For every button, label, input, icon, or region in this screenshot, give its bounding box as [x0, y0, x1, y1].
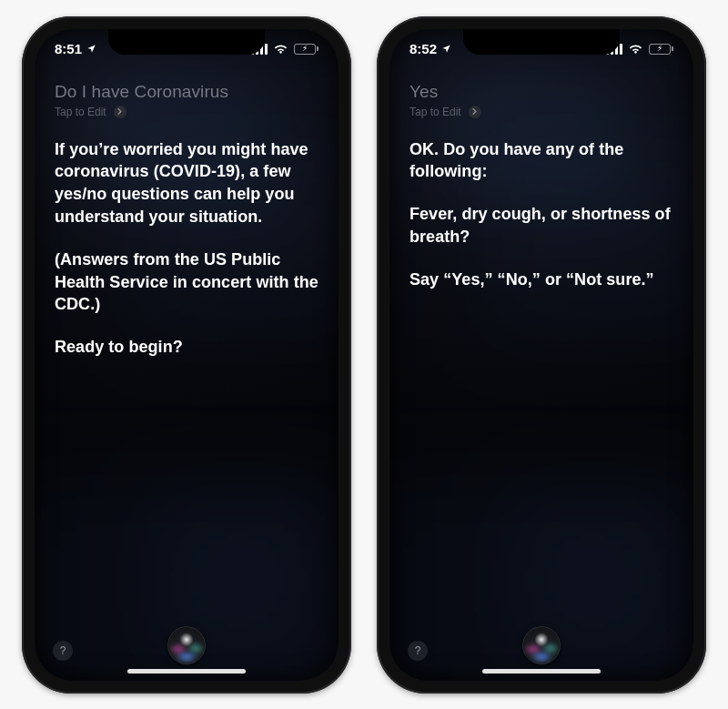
home-indicator[interactable]	[482, 669, 601, 674]
location-icon	[441, 44, 451, 54]
siri-content: Yes Tap to Edit OK. Do you have any of t…	[389, 29, 693, 681]
siri-response: OK. Do you have any of the following: Fe…	[410, 138, 673, 291]
notch	[108, 29, 265, 55]
wifi-icon	[628, 44, 643, 55]
wifi-icon	[273, 44, 288, 55]
battery-icon: ⚡︎	[649, 44, 673, 55]
tap-to-edit-label: Tap to Edit	[55, 106, 106, 118]
status-time: 8:52	[410, 41, 437, 56]
siri-content: Do I have Coronavirus Tap to Edit If you…	[35, 29, 339, 681]
home-indicator[interactable]	[127, 669, 246, 674]
siri-user-query[interactable]: Do I have Coronavirus	[55, 82, 318, 102]
screen: 8:51 ⚡︎ Do I have Coronavirus Tap to Edi…	[35, 29, 339, 681]
siri-response-paragraph: Ready to begin?	[55, 336, 318, 359]
iphone-frame: 8:52 ⚡︎ Yes Tap to Edit	[377, 16, 706, 694]
siri-response: If you’re worried you might have coronav…	[55, 138, 318, 360]
status-left: 8:52	[410, 41, 451, 56]
tap-to-edit-button[interactable]: Tap to Edit	[410, 106, 673, 118]
iphone-frame: 8:51 ⚡︎ Do I have Coronavirus Tap to Edi…	[22, 16, 351, 694]
battery-icon: ⚡︎	[294, 44, 318, 55]
siri-response-paragraph: Say “Yes,” “No,” or “Not sure.”	[410, 268, 673, 291]
chevron-right-icon	[114, 106, 126, 118]
tap-to-edit-button[interactable]: Tap to Edit	[55, 106, 318, 118]
siri-response-paragraph: If you’re worried you might have coronav…	[55, 138, 318, 228]
siri-user-query[interactable]: Yes	[410, 82, 673, 102]
status-left: 8:51	[55, 41, 96, 56]
status-time: 8:51	[55, 41, 82, 56]
chevron-right-icon	[469, 106, 481, 118]
siri-response-paragraph: Fever, dry cough, or shortness of breath…	[410, 203, 673, 248]
help-button[interactable]: ?	[53, 641, 73, 661]
help-button[interactable]: ?	[408, 641, 428, 661]
siri-orb-button[interactable]	[522, 626, 561, 664]
siri-orb-button[interactable]	[167, 626, 206, 664]
siri-response-paragraph: (Answers from the US Public Health Servi…	[55, 248, 318, 316]
screen: 8:52 ⚡︎ Yes Tap to Edit	[389, 29, 693, 681]
tap-to-edit-label: Tap to Edit	[410, 106, 461, 118]
siri-response-paragraph: OK. Do you have any of the following:	[410, 138, 673, 184]
notch	[463, 29, 620, 55]
location-icon	[86, 44, 96, 54]
